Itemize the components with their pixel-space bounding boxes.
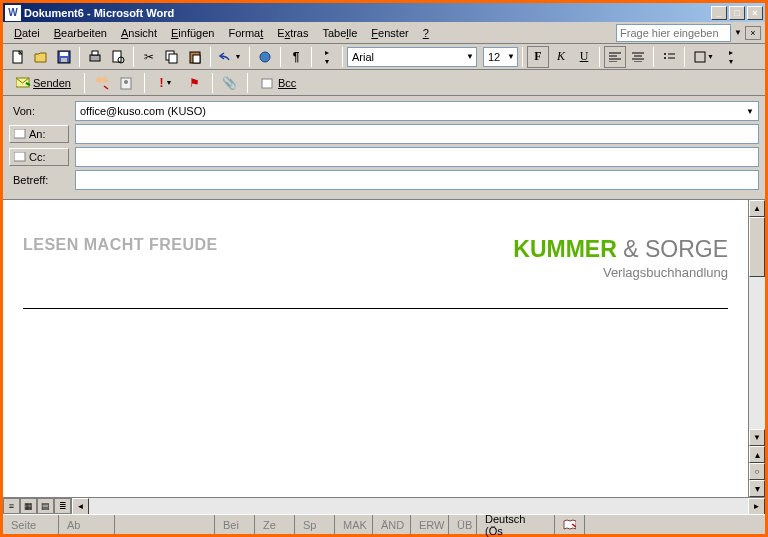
status-erw: ERW [411,515,449,534]
menu-einfuegen[interactable]: Einfügen [164,25,221,41]
menu-help[interactable]: ? [416,25,436,41]
to-input[interactable] [75,124,759,144]
save-icon[interactable] [53,46,75,68]
bullets-icon[interactable] [658,46,680,68]
menu-extras[interactable]: Extras [270,25,315,41]
document-area: LESEN MACHT FREUDE KUMMER & SORGE Verlag… [3,200,765,497]
format-options-icon[interactable]: ▸▾ [720,46,742,68]
view-print-icon[interactable]: ▤ [37,498,54,514]
bold-button[interactable]: F [527,46,549,68]
undo-icon[interactable]: ▼ [215,46,245,68]
hyperlink-icon[interactable] [254,46,276,68]
help-search-input[interactable] [616,24,731,42]
divider-line [23,308,728,309]
menu-format[interactable]: Format [221,25,270,41]
status-sp: Sp [295,515,335,534]
priority-icon[interactable]: !▼ [151,72,181,94]
browse-object-icon[interactable]: ○ [749,463,765,480]
send-icon [16,77,30,89]
print-preview-icon[interactable] [107,46,129,68]
doc-close-button[interactable]: × [745,26,761,40]
maximize-button[interactable]: □ [729,6,745,20]
svg-rect-9 [169,54,177,63]
scroll-left-icon[interactable]: ◄ [72,498,89,515]
svg-rect-32 [14,129,25,138]
view-web-icon[interactable]: ▦ [20,498,37,514]
subject-input[interactable] [75,170,759,190]
new-icon[interactable] [7,46,29,68]
toolbar-options-icon[interactable]: ▸▾ [316,46,338,68]
company-name: KUMMER & SORGE [513,236,728,263]
status-ze: Ze [255,515,295,534]
company-block: KUMMER & SORGE Verlagsbuchhandlung [513,236,728,280]
svg-rect-6 [113,51,121,62]
status-bei: Bei [215,515,255,534]
svg-rect-11 [193,55,200,63]
svg-point-28 [102,77,108,83]
svg-rect-5 [92,51,98,55]
show-marks-icon[interactable]: ¶ [285,46,307,68]
svg-rect-31 [262,79,272,88]
accounts-icon[interactable] [91,72,113,94]
attach-icon[interactable]: 📎 [219,72,241,94]
italic-button[interactable]: K [550,46,572,68]
status-seite: Seite [3,515,59,534]
send-button[interactable]: Senden [9,74,78,92]
status-lang: Deutsch (Ös [477,515,555,534]
svg-rect-4 [90,55,100,61]
menu-tabelle[interactable]: Tabelle [315,25,364,41]
bcc-button[interactable]: Bcc [254,74,303,92]
cc-button[interactable]: Cc: [9,148,69,166]
status-spacer1 [115,515,215,534]
font-name-combo[interactable]: Arial▼ [347,47,477,67]
cut-icon[interactable]: ✂ [138,46,160,68]
company-subtitle: Verlagsbuchhandlung [513,265,728,280]
paste-icon[interactable] [184,46,206,68]
app-icon: W [5,5,21,21]
minimize-button[interactable]: _ [711,6,727,20]
svg-rect-25 [695,52,705,62]
standard-toolbar: ✂ ▼ ¶ ▸▾ Arial▼ 12▼ F K U ▼ ▸▾ [3,44,765,70]
view-normal-icon[interactable]: ≡ [3,498,20,514]
vertical-scrollbar[interactable]: ▲ ▼ ▴ ○ ▾ [748,200,765,497]
help-dropdown-icon[interactable]: ▼ [734,28,742,37]
cc-input[interactable] [75,147,759,167]
view-outline-icon[interactable]: ≣ [54,498,71,514]
status-mak: MAK [335,515,373,534]
menu-fenster[interactable]: Fenster [364,25,415,41]
from-combo[interactable]: office@kuso.com (KUSO)▼ [75,101,759,121]
underline-button[interactable]: U [573,46,595,68]
menubar: Datei Bearbeiten Ansicht Einfügen Format… [3,22,765,44]
from-label: Von: [9,103,69,119]
svg-rect-3 [61,58,67,62]
scroll-right-icon[interactable]: ► [748,498,765,515]
scroll-thumb[interactable] [749,217,765,277]
border-icon[interactable]: ▼ [689,46,719,68]
menu-datei[interactable]: Datei [7,25,47,41]
svg-rect-2 [60,52,68,56]
align-center-icon[interactable] [627,46,649,68]
horizontal-scrollbar[interactable]: ◄ ► [72,498,765,514]
menu-ansicht[interactable]: Ansicht [114,25,164,41]
scroll-up-icon[interactable]: ▲ [749,200,765,217]
scroll-down-icon[interactable]: ▼ [749,429,765,446]
flag-icon[interactable]: ⚑ [184,72,206,94]
document-content[interactable]: LESEN MACHT FREUDE KUMMER & SORGE Verlag… [3,200,748,497]
email-header: Von: office@kuso.com (KUSO)▼ An: Cc: Bet… [3,96,765,200]
align-left-icon[interactable] [604,46,626,68]
browse-prev-icon[interactable]: ▴ [749,446,765,463]
menu-bearbeiten[interactable]: Bearbeiten [47,25,114,41]
window-title: Dokument6 - Microsoft Word [24,7,711,19]
browse-next-icon[interactable]: ▾ [749,480,765,497]
svg-rect-33 [14,152,25,161]
font-size-combo[interactable]: 12▼ [483,47,518,67]
copy-icon[interactable] [161,46,183,68]
address-book-icon[interactable] [116,72,138,94]
print-icon[interactable] [84,46,106,68]
svg-point-12 [260,52,270,62]
status-and: ÄND [373,515,411,534]
to-button[interactable]: An: [9,125,69,143]
status-book-icon[interactable] [555,515,585,534]
close-button[interactable]: × [747,6,763,20]
open-icon[interactable] [30,46,52,68]
